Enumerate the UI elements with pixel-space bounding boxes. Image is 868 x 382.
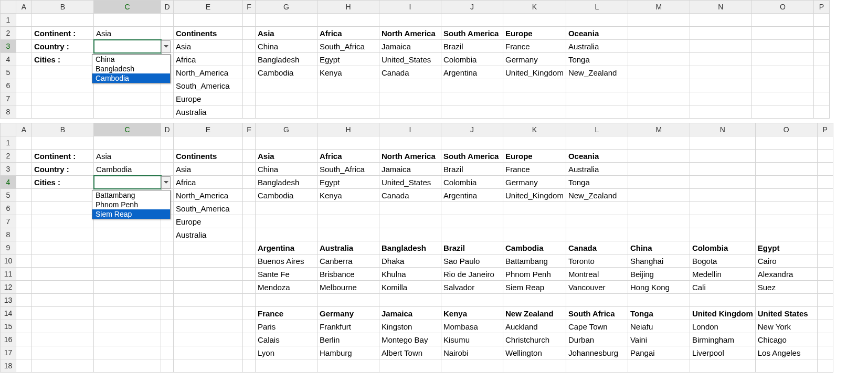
col-header-f[interactable]: F [243, 123, 256, 136]
cell[interactable]: Canada [379, 189, 441, 202]
cell[interactable]: Kenya [317, 189, 379, 202]
continent-sa[interactable]: South_America [174, 79, 243, 92]
cell[interactable]: Argentina [441, 66, 503, 79]
dropdown-item[interactable]: China [92, 55, 170, 64]
value-country[interactable]: Cambodia [94, 163, 161, 176]
row-header[interactable]: 17 [1, 346, 16, 359]
cell[interactable]: Bangladesh [256, 176, 317, 189]
cell[interactable]: Rio de Janeiro [441, 268, 503, 281]
cell[interactable]: Siem Reap [503, 281, 566, 294]
hdr[interactable]: Canada [566, 241, 628, 254]
cell[interactable]: Nairobi [441, 346, 503, 359]
col-header-i[interactable]: I [379, 123, 441, 136]
row-header[interactable]: 3 [1, 163, 16, 176]
cell[interactable]: Cambodia [256, 66, 317, 79]
cell[interactable]: Jamaica [379, 163, 441, 176]
col-header-d[interactable]: D [161, 123, 174, 136]
col-header-m[interactable]: M [628, 123, 690, 136]
row-header[interactable]: 12 [1, 281, 16, 294]
row-header[interactable]: 8 [1, 105, 16, 119]
value-continent[interactable]: Asia [94, 27, 161, 40]
cell[interactable]: Mombasa [441, 320, 503, 333]
col-header-l[interactable]: L [566, 123, 628, 136]
cell[interactable]: Egypt [317, 53, 379, 66]
col-header-c[interactable]: C [94, 1, 161, 14]
row-header[interactable]: 3 [1, 40, 16, 53]
col-header-k[interactable]: K [503, 1, 566, 14]
cell[interactable]: Brazil [441, 163, 503, 176]
cell[interactable]: United_Kingdom [503, 189, 566, 202]
cell[interactable]: Germany [503, 176, 566, 189]
cell[interactable]: Shanghai [628, 254, 690, 268]
cell[interactable]: Liverpool [690, 346, 755, 359]
cell[interactable]: Brazil [441, 40, 503, 53]
cell[interactable]: Dhaka [379, 254, 441, 268]
row-header[interactable]: 4 [1, 53, 16, 66]
continent-eu[interactable]: Europe [174, 92, 243, 105]
row-header[interactable]: 14 [1, 307, 16, 320]
row-header[interactable]: 18 [1, 359, 16, 373]
cell[interactable]: Cali [690, 281, 755, 294]
select-all[interactable] [1, 123, 16, 136]
row-header[interactable]: 6 [1, 79, 16, 92]
cell[interactable]: Beijing [628, 268, 690, 281]
hdr-asia[interactable]: Asia [256, 27, 317, 40]
cell[interactable]: Suez [755, 281, 817, 294]
hdr[interactable]: China [628, 241, 690, 254]
hdr[interactable]: Colombia [690, 241, 755, 254]
hdr[interactable]: New Zealand [503, 307, 566, 320]
col-header-g[interactable]: G [256, 1, 317, 14]
col-header-e[interactable]: E [174, 123, 243, 136]
continent-africa[interactable]: Africa [174, 176, 243, 189]
hdr-oc[interactable]: Oceania [566, 27, 628, 40]
hdr[interactable]: Australia [317, 241, 379, 254]
dropdown-item[interactable]: Siem Reap [92, 209, 170, 219]
row-header[interactable]: 5 [1, 66, 16, 79]
col-header-n[interactable]: N [690, 1, 751, 14]
hdr[interactable]: Kenya [441, 307, 503, 320]
cell[interactable]: Berlin [317, 333, 379, 346]
cell[interactable]: South_Africa [317, 40, 379, 53]
dropdown-item[interactable]: Battambang [92, 190, 170, 200]
col-header-d[interactable]: D [161, 1, 174, 14]
row-header[interactable]: 11 [1, 268, 16, 281]
cell[interactable]: New_Zealand [566, 189, 628, 202]
cell[interactable]: Johannesburg [566, 346, 628, 359]
dropdown-item[interactable]: Phnom Penh [92, 200, 170, 209]
cell[interactable]: Kisumu [441, 333, 503, 346]
cell[interactable]: Bangladesh [256, 53, 317, 66]
hdr-sa[interactable]: South America [441, 150, 503, 163]
dropdown-item[interactable]: Cambodia [92, 73, 170, 83]
col-header-j[interactable]: J [441, 123, 503, 136]
cell[interactable]: Sao Paulo [441, 254, 503, 268]
hdr[interactable]: Tonga [628, 307, 690, 320]
hdr-africa[interactable]: Africa [317, 150, 379, 163]
col-header-m[interactable]: M [628, 1, 690, 14]
cell[interactable]: Canberra [317, 254, 379, 268]
cell[interactable]: Lyon [256, 346, 317, 359]
label-cities[interactable]: Cities : [32, 53, 94, 66]
row-header[interactable]: 6 [1, 202, 16, 215]
continent-africa[interactable]: Africa [174, 53, 243, 66]
cell[interactable]: Montego Bay [379, 333, 441, 346]
data-validation-dropdown-button[interactable] [161, 176, 171, 189]
col-header-b[interactable]: B [32, 123, 94, 136]
col-header-e[interactable]: E [174, 1, 243, 14]
hdr-eu[interactable]: Europe [503, 150, 566, 163]
col-header-o[interactable]: O [755, 123, 817, 136]
cell[interactable]: Komilla [379, 281, 441, 294]
cell[interactable]: China [256, 163, 317, 176]
hdr[interactable]: United States [755, 307, 817, 320]
select-all[interactable] [1, 1, 16, 14]
col-header-p[interactable]: P [817, 123, 833, 136]
hdr[interactable]: Cambodia [503, 241, 566, 254]
col-header-l[interactable]: L [566, 1, 628, 14]
row-header[interactable]: 7 [1, 215, 16, 228]
cell[interactable]: Cairo [755, 254, 817, 268]
cell[interactable]: Frankfurt [317, 320, 379, 333]
row-header[interactable]: 15 [1, 320, 16, 333]
dropdown-item[interactable]: Bangladesh [92, 64, 170, 73]
cell[interactable]: France [503, 40, 566, 53]
cell[interactable]: Neiafu [628, 320, 690, 333]
cell[interactable]: Durban [566, 333, 628, 346]
